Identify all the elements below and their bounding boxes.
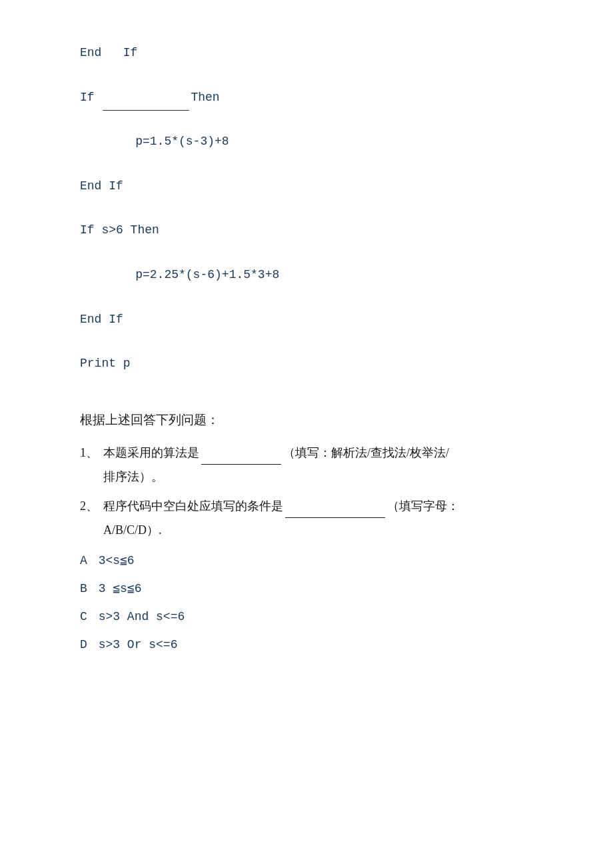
question-2-continuation: A/B/C/D）. bbox=[103, 518, 533, 542]
code-line-end-if-2: End If bbox=[80, 173, 533, 200]
question-2-answer-blank bbox=[285, 517, 385, 518]
code-line-p2: p=2.25*(s-6)+1.5*3+8 bbox=[80, 262, 533, 289]
question-2: 2、 程序代码中空白处应填写的条件是（填写字母： A/B/C/D）. bbox=[80, 494, 533, 542]
blank-line-3 bbox=[80, 155, 533, 173]
code-line-end-if-1: End If bbox=[80, 40, 533, 67]
section-divider bbox=[80, 377, 533, 407]
option-c-text: s>3 And s<=6 bbox=[99, 610, 185, 623]
question-1-number: 1、 bbox=[80, 441, 98, 465]
code-block: End If If Then p=1.5*(s-3)+8 End If If s… bbox=[80, 40, 533, 377]
code-line-end-if-3: End If bbox=[80, 307, 533, 333]
blank-line-6 bbox=[80, 289, 533, 307]
blank-line-5 bbox=[80, 244, 533, 262]
question-1-answer-blank bbox=[201, 464, 281, 465]
question-1-continuation: 排序法）。 bbox=[103, 465, 533, 489]
questions-section: 根据上述回答下列问题： 1、 本题采用的算法是（填写：解析法/查找法/枚举法/ … bbox=[80, 407, 533, 657]
option-d-letter: D bbox=[80, 638, 87, 651]
option-d-text: s>3 Or s<=6 bbox=[99, 638, 178, 651]
option-a-letter: A bbox=[80, 554, 87, 567]
code-line-if-blank-then: If Then bbox=[80, 85, 533, 111]
question-2-text: 程序代码中空白处应填写的条件是（填写字母： A/B/C/D）. bbox=[103, 494, 533, 542]
code-line-print: Print p bbox=[80, 351, 533, 377]
blank-line-1 bbox=[80, 67, 533, 85]
blank-line-4 bbox=[80, 199, 533, 217]
option-d: D s>3 Or s<=6 bbox=[80, 633, 533, 657]
options-block: A 3<s≦6 B 3 ≦s≦6 C s>3 And s<=6 D s>3 Or… bbox=[80, 549, 533, 657]
blank-line-7 bbox=[80, 333, 533, 351]
questions-title: 根据上述回答下列问题： bbox=[80, 407, 533, 433]
question-2-text-before: 程序代码中空白处应填写的条件是 bbox=[103, 499, 283, 513]
question-2-number: 2、 bbox=[80, 494, 98, 518]
question-1: 1、 本题采用的算法是（填写：解析法/查找法/枚举法/ 排序法）。 bbox=[80, 441, 533, 489]
option-b: B 3 ≦s≦6 bbox=[80, 577, 533, 601]
question-1-text-before: 本题采用的算法是 bbox=[103, 446, 199, 459]
option-c: C s>3 And s<=6 bbox=[80, 605, 533, 629]
code-line-p1: p=1.5*(s-3)+8 bbox=[80, 129, 533, 155]
option-a: A 3<s≦6 bbox=[80, 549, 533, 573]
question-1-text: 本题采用的算法是（填写：解析法/查找法/枚举法/ 排序法）。 bbox=[103, 441, 533, 489]
condition-blank bbox=[103, 110, 189, 111]
option-b-text: 3 ≦s≦6 bbox=[99, 582, 142, 595]
code-line-if-s6: If s>6 Then bbox=[80, 217, 533, 244]
option-c-letter: C bbox=[80, 610, 87, 623]
option-a-text: 3<s≦6 bbox=[99, 554, 135, 567]
blank-line-2 bbox=[80, 111, 533, 129]
option-b-letter: B bbox=[80, 582, 87, 595]
